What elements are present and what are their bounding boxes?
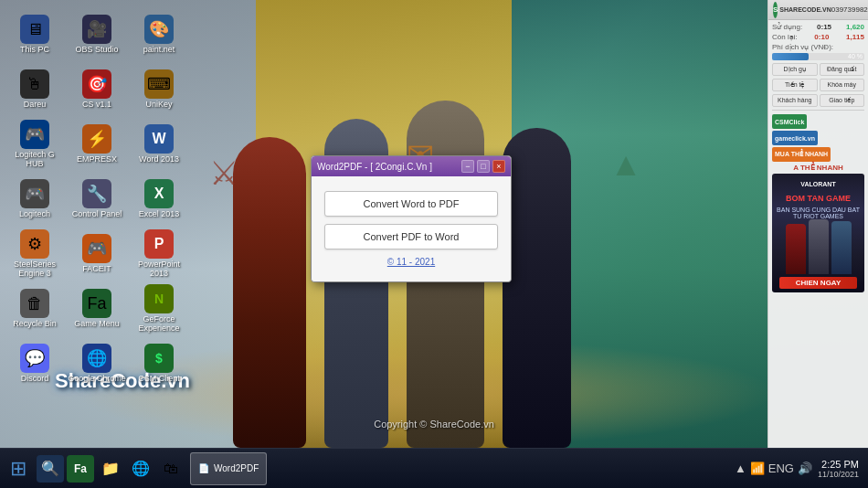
game-menu-icon: Fa xyxy=(82,289,111,318)
tray-network-icon[interactable]: 📶 xyxy=(750,461,765,475)
panel-header: S SHARECODE.VN 0397399822 xyxy=(768,0,868,20)
taskbar-folder-icon[interactable]: 📁 xyxy=(97,455,124,483)
ppt-label: PowerPoint 2013 xyxy=(130,260,188,279)
game-menu-label: Game Menu xyxy=(74,320,120,329)
icon-control-panel[interactable]: 🔧 Control Panel xyxy=(66,172,128,227)
taskbar-store-icon[interactable]: 🛍 xyxy=(157,455,185,483)
taskbar-clock[interactable]: 2:25 PM 11/10/2021 xyxy=(818,459,859,479)
tray-arrow-icon[interactable]: ▲ xyxy=(735,461,746,475)
dialog-titlebar: Word2PDF - [ 2Congi.C.Vn ] − □ × xyxy=(312,156,511,176)
panel-action-grid-2: Tiền tệ Khóa máy xyxy=(772,79,864,91)
dialog-close-btn[interactable]: × xyxy=(492,160,505,173)
dialog-maximize-btn[interactable]: □ xyxy=(477,160,490,173)
discord-label: Discord xyxy=(21,375,49,384)
icon-powerpoint[interactable]: P PowerPoint 2013 xyxy=(128,227,190,281)
wallpaper-icon-left: ⚔ xyxy=(201,146,247,201)
icon-obs-studio[interactable]: 🎥 OBS Studio xyxy=(66,7,128,62)
icon-cs[interactable]: 🎯 CS v1.1 xyxy=(66,62,128,117)
geforce-label: GeForce Experience xyxy=(130,315,188,334)
cs-label: CS v1.1 xyxy=(82,101,111,110)
control-panel-label: Control Panel xyxy=(72,210,122,219)
icon-csm-client[interactable]: $ CSM Client xyxy=(128,336,190,391)
tray-icons: ▲ 📶 ENG 🔊 xyxy=(735,461,812,475)
ad-banner-valorant: VALORANT xyxy=(776,181,861,187)
taskbar: ⊞ 🔍 Fa 📁 🌐 🛍 📄 Word2PDF ▲ 📶 ENG 🔊 2:25 P… xyxy=(0,448,868,488)
ad-banner-cta[interactable]: CHIEN NGAY xyxy=(779,277,857,289)
progress-label: 40 % xyxy=(848,53,863,60)
usage-val2: 1,620 xyxy=(846,23,864,31)
ad-logo-row-3: MUA THẺ NHANH xyxy=(772,147,864,162)
word2pdf-dialog: Word2PDF - [ 2Congi.C.Vn ] − □ × Convert… xyxy=(311,155,512,282)
remaining-label: Còn lại: xyxy=(772,33,798,41)
khach-hang-btn[interactable]: Khách hàng xyxy=(772,94,818,107)
ad-logo-row-2: gameclick.vn xyxy=(772,131,864,145)
tray-lang-icon[interactable]: ENG xyxy=(768,461,794,475)
icon-logitech-ghub[interactable]: 🎮 Logitech G HUB xyxy=(4,117,66,172)
icon-discord[interactable]: 💬 Discord xyxy=(4,336,66,391)
unikey-icon: ⌨ xyxy=(144,69,174,99)
convert-pdf-to-word-btn[interactable]: Convert PDF to Word xyxy=(324,224,498,249)
discord-icon: 💬 xyxy=(20,344,49,373)
tien-te-btn[interactable]: Tiền tệ xyxy=(772,79,818,91)
wallpaper-icon-right: ▲ xyxy=(603,137,649,192)
panel-action-grid-1: Dịch gụ Đăng quất xyxy=(772,63,864,76)
dialog-body: Convert Word to PDF Convert PDF to Word … xyxy=(312,176,511,281)
icon-this-pc[interactable]: 🖥 This PC xyxy=(4,7,66,62)
recycle-bin-icon: 🗑 xyxy=(20,289,49,318)
ad-char-2 xyxy=(809,219,829,274)
taskbar-app-icon: 📄 xyxy=(198,463,209,473)
panel-website: SHARECODE.VN xyxy=(779,6,831,13)
taskbar-edge-icon[interactable]: 🌐 xyxy=(127,455,154,483)
dareu-label: Dareu xyxy=(24,101,47,110)
desktop-icon-grid: 🖥 This PC 🖱 Dareu 🎮 Logitech G HUB 🎮 Log… xyxy=(4,7,77,428)
icon-word[interactable]: W Word 2013 xyxy=(128,117,190,172)
ad-banner[interactable]: VALORANT BOM TAN GAME BAN SUNG CUNG DAU … xyxy=(772,174,864,292)
taskbar-app-label: Word2PDF xyxy=(214,463,259,473)
icon-geforce[interactable]: N GeForce Experience xyxy=(128,281,190,336)
convert-word-to-pdf-btn[interactable]: Convert Word to PDF xyxy=(324,191,498,217)
control-panel-icon: 🔧 xyxy=(82,179,111,208)
icon-excel[interactable]: X Excel 2013 xyxy=(128,172,190,227)
tray-volume-icon[interactable]: 🔊 xyxy=(798,461,812,475)
taskbar-search-icon[interactable]: 🔍 xyxy=(37,455,64,483)
taskbar-open-apps: 📄 Word2PDF xyxy=(190,452,267,485)
dang-xuat-btn[interactable]: Đăng quất xyxy=(820,63,865,76)
icon-dareu[interactable]: 🖱 Dareu xyxy=(4,62,66,117)
taskbar-word2pdf-app[interactable]: 📄 Word2PDF xyxy=(190,452,267,485)
logitech-icon: 🎮 xyxy=(20,179,49,208)
dareu-icon: 🖱 xyxy=(20,69,49,99)
icon-faceit[interactable]: 🎮 FACEIT xyxy=(66,227,128,281)
icon-unikey[interactable]: ⌨ UniKey xyxy=(128,62,190,117)
panel-logo: S xyxy=(773,2,778,18)
icon-recycle-bin[interactable]: 🗑 Recycle Bin xyxy=(4,281,66,336)
steelseries-icon: ⚙ xyxy=(20,229,49,259)
start-button[interactable]: ⊞ xyxy=(4,454,33,483)
progress-bar-container: 40 % xyxy=(772,53,864,60)
icon-logitech[interactable]: 🎮 Logitech xyxy=(4,172,66,227)
clock-time: 2:25 PM xyxy=(818,459,859,470)
ad-char-3 xyxy=(831,221,852,274)
taskbar-fa-icon[interactable]: Fa xyxy=(67,455,94,483)
giao-tiep-btn[interactable]: Giao tiếp xyxy=(820,94,865,107)
cs-icon: 🎯 xyxy=(82,69,111,99)
icon-steelseries[interactable]: ⚙ SteelSeries Engine 3 xyxy=(4,227,66,281)
usage-val1: 0:15 xyxy=(817,23,831,31)
right-panel: S SHARECODE.VN 0397399822 Sử dụng: 0:15 … xyxy=(767,0,868,448)
ppt-icon: P xyxy=(144,229,174,259)
panel-ad-section: CSMClick gameclick.vn MUA THẺ NHANH A TH… xyxy=(772,112,864,297)
dialog-link[interactable]: © 11 - 2021 xyxy=(324,257,498,267)
obs-label: OBS Studio xyxy=(75,46,118,55)
this-pc-label: This PC xyxy=(20,46,49,55)
dialog-minimize-btn[interactable]: − xyxy=(461,160,474,173)
clock-date: 11/10/2021 xyxy=(818,470,859,479)
remaining-val2: 1,115 xyxy=(846,33,864,41)
logitech-ghub-icon: 🎮 xyxy=(20,120,49,149)
panel-action-grid-3: Khách hàng Giao tiếp xyxy=(772,94,864,107)
icon-chrome[interactable]: 🌐 Google Chrome xyxy=(66,336,128,391)
khoa-may-btn[interactable]: Khóa máy xyxy=(820,79,865,91)
icon-empresx[interactable]: ⚡ EMPRESX xyxy=(66,117,128,172)
geforce-icon: N xyxy=(144,284,174,313)
icon-game-menu[interactable]: Fa Game Menu xyxy=(66,281,128,336)
icon-paint-net[interactable]: 🎨 paint.net xyxy=(128,7,190,62)
dich-vu-btn[interactable]: Dịch gụ xyxy=(772,63,818,76)
